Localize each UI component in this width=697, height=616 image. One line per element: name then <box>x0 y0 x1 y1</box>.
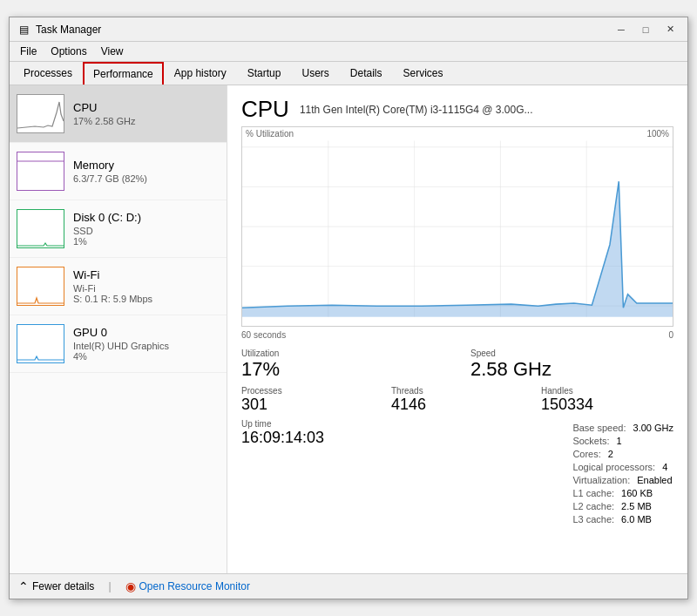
wifi-mini-chart <box>17 267 64 305</box>
spacer <box>342 419 555 525</box>
memory-subtitle: 6.3/7.7 GB (82%) <box>73 173 220 184</box>
disk-mini-chart <box>17 210 64 247</box>
open-resource-monitor-button[interactable]: ◉ Open Resource Monitor <box>125 579 250 593</box>
l2-val: 2.5 MB <box>621 501 652 511</box>
disk-title: Disk 0 (C: D:) <box>73 211 220 224</box>
wifi-subtitle1: Wi-Fi <box>73 283 220 294</box>
tab-processes[interactable]: Processes <box>13 62 83 85</box>
menu-file[interactable]: File <box>13 44 44 59</box>
utilization-label: Utilization <box>241 349 444 358</box>
open-monitor-label: Open Resource Monitor <box>139 580 250 592</box>
chart-footer: 60 seconds 0 <box>241 330 673 340</box>
main-header: CPU 11th Gen Intel(R) Core(TM) i3-1115G4… <box>241 96 673 123</box>
bottom-bar: ⌃ Fewer details | ◉ Open Resource Monito… <box>10 573 687 599</box>
logical-key: Logical processors: <box>572 462 655 472</box>
stat-speed: Speed 2.58 GHz <box>470 349 673 381</box>
info-l3: L3 cache: 6.0 MB <box>572 514 673 525</box>
wifi-subtitle2: S: 0.1 R: 5.9 Mbps <box>73 294 220 304</box>
content-area: CPU 17% 2.58 GHz Memory 6.3/7.7 GB (82%) <box>10 85 687 573</box>
svg-rect-4 <box>17 325 64 362</box>
processes-label: Processes <box>241 386 374 396</box>
sockets-val: 1 <box>617 436 622 446</box>
sidebar-item-cpu[interactable]: CPU 17% 2.58 GHz <box>10 85 227 143</box>
disk-subtitle2: 1% <box>73 236 220 247</box>
speed-label: Speed <box>470 349 673 358</box>
tab-services[interactable]: Services <box>393 62 454 85</box>
tab-performance[interactable]: Performance <box>83 62 164 85</box>
l1-val: 160 KB <box>621 488 653 498</box>
svg-rect-2 <box>17 210 64 247</box>
uptime-value: 16:09:14:03 <box>241 429 324 447</box>
base-speed-key: Base speed: <box>572 423 626 433</box>
threads-value: 4146 <box>391 396 524 414</box>
cpu-subtitle: 17% 2.58 GHz <box>73 116 220 126</box>
logical-val: 4 <box>662 462 667 472</box>
info-l2: L2 cache: 2.5 MB <box>572 501 673 511</box>
disk-info: Disk 0 (C: D:) SSD 1% <box>73 211 220 247</box>
cpu-info: CPU 17% 2.58 GHz <box>73 101 220 126</box>
fewer-details-label: Fewer details <box>32 580 94 592</box>
tab-details[interactable]: Details <box>340 62 393 85</box>
stat-utilization: Utilization 17% <box>241 349 444 381</box>
l3-key: L3 cache: <box>572 514 614 525</box>
cores-val: 2 <box>608 449 613 459</box>
gpu-subtitle1: Intel(R) UHD Graphics <box>73 341 220 351</box>
svg-rect-1 <box>17 152 64 190</box>
svg-rect-3 <box>17 267 64 305</box>
gpu-title: GPU 0 <box>73 326 220 339</box>
stat-threads: Threads 4146 <box>391 386 524 414</box>
fewer-details-button[interactable]: ⌃ Fewer details <box>18 579 94 593</box>
wifi-info: Wi-Fi Wi-Fi S: 0.1 R: 5.9 Mbps <box>73 268 220 304</box>
main-panel: CPU 11th Gen Intel(R) Core(TM) i3-1115G4… <box>227 85 687 573</box>
info-cores: Cores: 2 <box>572 449 673 459</box>
wifi-thumbnail <box>17 267 64 306</box>
stat-processes: Processes 301 <box>241 386 374 414</box>
minimize-button[interactable]: ─ <box>611 22 632 37</box>
cpu-info-table: Base speed: 3.00 GHz Sockets: 1 Cores: 2 <box>572 423 673 525</box>
app-icon: ▤ <box>17 23 30 37</box>
bottom-separator: | <box>108 580 111 592</box>
tab-startup[interactable]: Startup <box>237 62 292 85</box>
maximize-button[interactable]: □ <box>635 22 656 37</box>
cpu-mini-chart <box>17 95 64 132</box>
cpu-chart: % Utilization 100% <box>241 126 673 327</box>
info-logical: Logical processors: 4 <box>572 462 673 472</box>
title-bar: ▤ Task Manager ─ □ ✕ <box>10 17 687 42</box>
threads-label: Threads <box>391 386 524 396</box>
sidebar-item-memory[interactable]: Memory 6.3/7.7 GB (82%) <box>10 143 227 200</box>
menu-view[interactable]: View <box>94 44 131 59</box>
virtualization-key: Virtualization: <box>572 475 630 485</box>
sockets-key: Sockets: <box>572 436 609 446</box>
sidebar-item-wifi[interactable]: Wi-Fi Wi-Fi S: 0.1 R: 5.9 Mbps <box>10 258 227 315</box>
task-manager-window: ▤ Task Manager ─ □ ✕ File Options View P… <box>9 17 688 599</box>
l2-key: L2 cache: <box>572 501 614 511</box>
close-button[interactable]: ✕ <box>660 22 680 37</box>
l3-val: 6.0 MB <box>621 514 652 525</box>
info-base-speed: Base speed: 3.00 GHz <box>572 423 673 433</box>
speed-value: 2.58 GHz <box>470 358 673 381</box>
tab-users[interactable]: Users <box>291 62 339 85</box>
handles-value: 150334 <box>541 396 673 414</box>
menu-bar: File Options View <box>10 42 687 62</box>
info-l1: L1 cache: 160 KB <box>572 488 673 498</box>
stats-row-1: Utilization 17% Speed 2.58 GHz <box>241 349 673 381</box>
stats-row-2: Processes 301 Threads 4146 Handles 15033… <box>241 386 673 414</box>
memory-title: Memory <box>73 159 220 172</box>
menu-options[interactable]: Options <box>44 44 93 59</box>
resource-monitor-icon: ◉ <box>125 579 136 593</box>
cpu-thumbnail <box>17 94 64 133</box>
stats-row-3: Up time 16:09:14:03 Base speed: 3.00 GHz… <box>241 419 673 525</box>
sidebar-item-disk[interactable]: Disk 0 (C: D:) SSD 1% <box>10 200 227 258</box>
gpu-thumbnail <box>17 324 64 363</box>
cpu-chart-svg <box>242 127 673 326</box>
gpu-mini-chart <box>17 325 64 362</box>
gpu-info: GPU 0 Intel(R) UHD Graphics 4% <box>73 326 220 362</box>
stat-handles: Handles 150334 <box>541 386 673 414</box>
window-title: Task Manager <box>36 24 611 36</box>
info-col-left: Base speed: 3.00 GHz Sockets: 1 Cores: 2 <box>572 423 673 525</box>
sidebar-item-gpu[interactable]: GPU 0 Intel(R) UHD Graphics 4% <box>10 315 227 373</box>
chevron-up-icon: ⌃ <box>18 579 29 593</box>
tab-app-history[interactable]: App history <box>164 62 237 85</box>
memory-thumbnail <box>17 152 64 191</box>
chart-y-label: % Utilization <box>246 129 294 139</box>
